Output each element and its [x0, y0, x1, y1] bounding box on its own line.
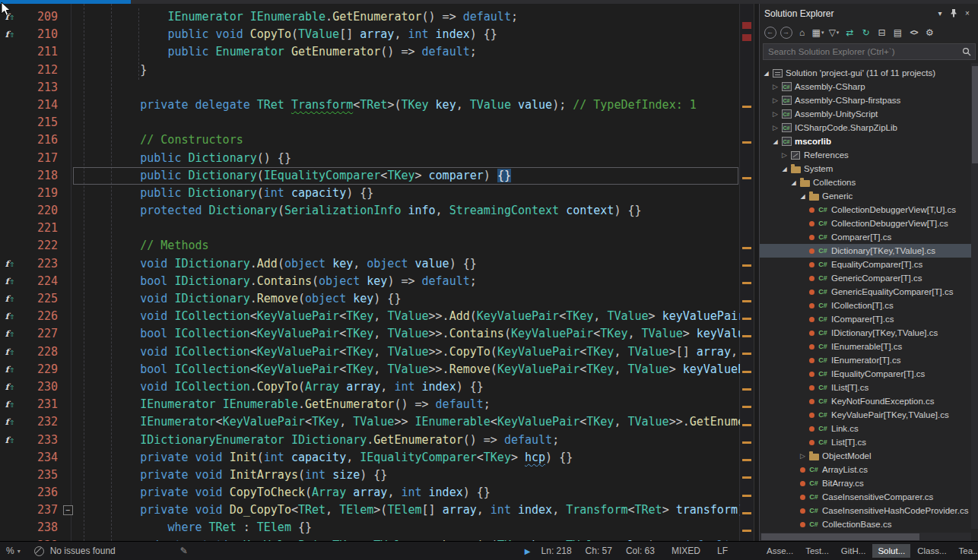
- code-line-213[interactable]: 213: [0, 79, 740, 96]
- collapsed-chevron-icon[interactable]: ▷: [798, 452, 808, 460]
- eol-indicator[interactable]: LF: [717, 546, 728, 556]
- line-number[interactable]: 216: [20, 131, 59, 149]
- implements-margin-icon[interactable]: f⇧: [5, 343, 14, 361]
- tree-item[interactable]: ◢C#mscorlib: [760, 134, 978, 148]
- code-text[interactable]: public Enumerator GetEnumerator() => def…: [76, 43, 740, 61]
- code-line-237[interactable]: 237− private void Do_CopyTo<TRet, TElem>…: [0, 501, 740, 519]
- tool-tab[interactable]: Tea...: [954, 544, 978, 558]
- code-line-233[interactable]: f⇧233 IDictionaryEnumerator IDictionary.…: [0, 432, 740, 449]
- tree-item[interactable]: C#IComparer[T].cs: [760, 312, 978, 326]
- collapsed-chevron-icon[interactable]: ▷: [770, 110, 780, 118]
- tree-item[interactable]: C#CollectionDebuggerView[T,U].cs: [760, 203, 978, 217]
- tree-item[interactable]: C#BitArray.cs: [760, 476, 978, 490]
- code-line-221[interactable]: 221: [0, 220, 740, 237]
- code-line-239[interactable]: 239 private static KeyValuePair<TKey, TV…: [0, 537, 740, 541]
- code-text[interactable]: // Methods: [76, 237, 740, 255]
- tree-item[interactable]: C#GenericComparer[T].cs: [760, 271, 978, 285]
- code-line-235[interactable]: 235 private void InitArrays(int size) {}: [0, 467, 740, 484]
- code-line-234[interactable]: 234 private void Init(int capacity, IEqu…: [0, 449, 740, 467]
- line-number[interactable]: 213: [20, 79, 59, 96]
- tree-item[interactable]: ▷ObjectModel: [760, 449, 978, 463]
- pencil-icon[interactable]: ✎: [180, 546, 188, 556]
- line-number[interactable]: 210: [20, 26, 59, 43]
- code-text[interactable]: [76, 79, 740, 96]
- line-number[interactable]: 230: [20, 378, 59, 396]
- tree-item[interactable]: ◢System: [760, 162, 978, 176]
- tree-item[interactable]: C#KeyValuePair[TKey,TValue].cs: [760, 408, 978, 422]
- code-line-225[interactable]: f⇧225 void IDictionary.Remove(object key…: [0, 290, 740, 308]
- code-line-224[interactable]: f⇧224 bool IDictionary.Contains(object k…: [0, 273, 740, 290]
- search-icon[interactable]: [962, 47, 975, 56]
- line-number[interactable]: 211: [20, 43, 59, 61]
- tree-item[interactable]: C#CaseInsensitiveHashCodeProvider.cs: [760, 504, 978, 517]
- tree-item[interactable]: C#ArrayList.cs: [760, 463, 978, 476]
- code-line-216[interactable]: 216 // Constructors: [0, 131, 740, 149]
- code-line-223[interactable]: f⇧223 void IDictionary.Add(object key, o…: [0, 255, 740, 273]
- code-text[interactable]: protected Dictionary(SerializationInfo i…: [76, 202, 740, 220]
- tool-tab[interactable]: Solut...: [872, 544, 910, 558]
- code-text[interactable]: public Dictionary() {}: [76, 150, 740, 167]
- code-text[interactable]: private void Do_CopyTo<TRet, TElem>(TEle…: [76, 501, 740, 519]
- code-line-226[interactable]: f⇧226 void ICollection<KeyValuePair<TKey…: [0, 308, 740, 325]
- scrollbar-thumb[interactable]: [761, 533, 919, 540]
- line-number[interactable]: 224: [20, 273, 59, 290]
- zoom-control[interactable]: % ▾: [0, 546, 21, 556]
- tree-item[interactable]: C#List[T].cs: [760, 435, 978, 449]
- tree-item[interactable]: ◢Solution 'project-gui' (11 of 11 projec…: [760, 66, 978, 80]
- window-position-icon[interactable]: ▾: [933, 7, 947, 21]
- tree-item[interactable]: C#IEnumerable[T].cs: [760, 340, 978, 353]
- tree-item[interactable]: C#IEnumerator[T].cs: [760, 353, 978, 367]
- properties-icon[interactable]: ⚙: [922, 25, 937, 40]
- code-line-227[interactable]: f⇧227 bool ICollection<KeyValuePair<TKey…: [0, 325, 740, 343]
- tree-item[interactable]: C#KeyNotFoundException.cs: [760, 394, 978, 408]
- implements-margin-icon[interactable]: f⇧: [5, 361, 14, 378]
- run-indicator-icon[interactable]: ▶: [525, 547, 531, 555]
- line-number[interactable]: 233: [20, 432, 59, 449]
- tool-tab[interactable]: GitH...: [836, 544, 872, 558]
- code-line-218[interactable]: 218 public Dictionary(IEqualityComparer<…: [0, 167, 740, 185]
- code-text[interactable]: // Constructors: [76, 131, 740, 149]
- line-number[interactable]: 234: [20, 449, 59, 467]
- code-line-232[interactable]: f⇧232 IEnumerator<KeyValuePair<TKey, TVa…: [0, 413, 740, 431]
- code-text[interactable]: IEnumerator IEnumerable.GetEnumerator() …: [76, 8, 740, 26]
- line-number[interactable]: 227: [20, 325, 59, 343]
- no-issues-icon[interactable]: [34, 546, 44, 556]
- code-line-219[interactable]: 219 public Dictionary(int capacity) {}: [0, 185, 740, 202]
- code-line-238[interactable]: 238 where TRet : TElem {}: [0, 519, 740, 536]
- indent-mode[interactable]: MIXED: [672, 546, 700, 556]
- code-text[interactable]: void IDictionary.Add(object key, object …: [76, 255, 740, 273]
- code-line-211[interactable]: 211 public Enumerator GetEnumerator() =>…: [0, 43, 740, 61]
- tool-tab[interactable]: Test...: [800, 544, 834, 558]
- tree-item[interactable]: C#EqualityComparer[T].cs: [760, 258, 978, 271]
- expanded-chevron-icon[interactable]: ◢: [761, 70, 771, 77]
- expanded-chevron-icon[interactable]: ◢: [789, 179, 799, 186]
- line-number[interactable]: 239: [20, 537, 59, 541]
- implements-margin-icon[interactable]: f⇧: [5, 378, 14, 396]
- code-area[interactable]: f⇧209 IEnumerator IEnumerable.GetEnumera…: [0, 4, 740, 541]
- collapsed-chevron-icon[interactable]: ▷: [770, 124, 780, 131]
- collapsed-chevron-icon[interactable]: ▷: [770, 83, 780, 90]
- code-editor[interactable]: f⇧209 IEnumerator IEnumerable.GetEnumera…: [0, 4, 754, 541]
- line-number[interactable]: 215: [20, 114, 59, 131]
- issues-status[interactable]: No issues found: [50, 546, 116, 556]
- expanded-chevron-icon[interactable]: ◢: [780, 166, 789, 172]
- line-number[interactable]: 235: [20, 467, 59, 484]
- tree-item[interactable]: ▷C#Assembly-CSharp-firstpass: [760, 93, 978, 107]
- code-line-210[interactable]: f⇧210 public void CopyTo(TValue[] array,…: [0, 26, 740, 43]
- tree-item[interactable]: ▷C#Assembly-CSharp: [760, 80, 978, 93]
- code-line-236[interactable]: 236 private void CopyToCheck(Array array…: [0, 484, 740, 501]
- line-number[interactable]: 220: [20, 202, 59, 220]
- code-text[interactable]: }: [76, 62, 740, 79]
- tree-item[interactable]: C#GenericEqualityComparer[T].cs: [760, 285, 978, 299]
- code-line-214[interactable]: 214 private delegate TRet Transform<TRet…: [0, 96, 740, 114]
- code-text[interactable]: private delegate TRet Transform<TRet>(TK…: [76, 96, 740, 114]
- editor-scrollbar[interactable]: [739, 4, 754, 541]
- line-number[interactable]: 225: [20, 290, 59, 308]
- back-icon[interactable]: ←: [763, 25, 777, 40]
- line-number[interactable]: 214: [20, 96, 59, 114]
- tree-item[interactable]: C#Dictionary[TKey,TValue].cs: [760, 244, 978, 258]
- expanded-chevron-icon[interactable]: ◢: [770, 138, 780, 145]
- tree-horizontal-scrollbar[interactable]: [760, 533, 971, 541]
- switch-views-icon[interactable]: ▦▾: [811, 25, 825, 40]
- implements-margin-icon[interactable]: f⇧: [5, 308, 14, 325]
